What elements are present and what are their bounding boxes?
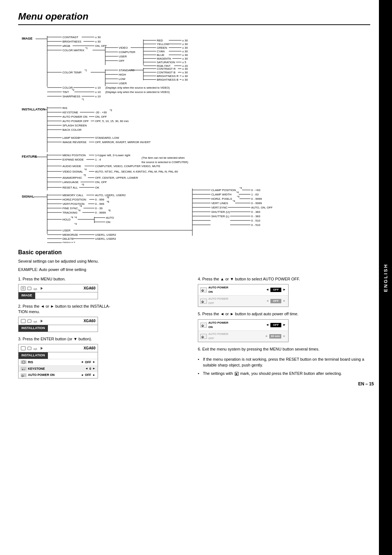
ap-label-1: AUTO POWERON [208,285,264,294]
svg-text:*4: *4 [84,168,87,171]
svg-text:GREEN: GREEN [157,46,167,49]
xga-header-2: opt. XGA60 [19,317,98,325]
svg-text:AUTO, NTSC, PAL, SECAM, 4.43NT: AUTO, NTSC, PAL, SECAM, 4.43NTSC, PAL-M,… [95,170,178,173]
svg-text:± 10: ± 10 [95,95,101,98]
xga-icons-1: opt. [21,286,44,291]
svg-text:SIGNAL: SIGNAL [22,195,34,198]
svg-text:KEYSTONE: KEYSTONE [62,111,78,114]
svg-text:*2: *2 [72,89,74,91]
ap-row-1-off: ⏻ AUTO POWEROFF ◄ OFF ► [198,295,288,307]
step-1: 1. Press the MENU button. opt. XGA60 [18,276,191,299]
svg-text:IMAGE: IMAGE [22,37,33,40]
ap-arrow-left-2: ◄ [266,299,269,304]
svg-point-280 [22,361,25,364]
ris-icon [21,360,26,364]
svg-text:CYAN: CYAN [157,50,165,53]
svg-text:COLOR MATRIX: COLOR MATRIX [62,49,85,52]
svg-text:▲₁: ▲₁ [21,368,25,370]
svg-text:*1: *1 [85,69,87,72]
svg-text:USER1, USER2: USER1, USER2 [95,237,116,240]
svg-text:VIDEO: VIDEO [119,46,128,49]
step-5-text: 5. Press the ◄ or ► button to adjust aut… [198,311,370,317]
svg-text:MEMORIZE: MEMORIZE [62,233,78,236]
svg-text:COLOR TEMP.: COLOR TEMP. [62,71,82,74]
svg-text:0 - +63: 0 - +63 [251,189,261,192]
step-6: 6. Exit the menu system by pressing the … [198,347,370,352]
svg-text:⏻: ⏻ [201,324,204,327]
svg-text:RESET ALL: RESET ALL [62,186,78,189]
xga-header-3: opt. XGA60 [19,344,98,352]
svg-text:⏻: ⏻ [201,300,204,303]
svg-rect-272 [21,319,25,323]
page-number: EN – 15 [358,381,374,386]
steps-right: 4. Press the ▲ or ▼ button to select AUT… [198,276,370,383]
svg-rect-269 [28,287,31,290]
bullet-2: The settings with ■ mark, you should pre… [198,370,370,377]
svg-text:0 - 510: 0 - 510 [251,219,260,222]
svg-text:HORIZ.POSITION: HORIZ.POSITION [62,198,86,201]
example-text: EXAMPLE: Auto power off time setting [18,267,370,272]
svg-text:*1: *1 [85,47,88,49]
svg-text:0 - 510: 0 - 510 [251,223,260,227]
svg-text:HORIZ. PIXELS: HORIZ. PIXELS [211,197,232,200]
arrow-left-autopower: ◄ [81,373,83,377]
menu-diagram: IMAGE CONTRAST ± 30 BRIGHTNESS ± 30 sRGB… [18,29,370,244]
svg-text:VIDEO SIGNAL: VIDEO SIGNAL [62,170,83,173]
ap-value-2: OFF [270,299,281,303]
svg-text:TINT: TINT [62,90,69,94]
ap-arrow-left-1: ◄ [266,287,269,292]
svg-text:SHARPNESS: SHARPNESS [62,95,80,98]
svg-text:BRIGHTNESS R: BRIGHTNESS R [157,74,179,78]
svg-text:YELLOW: YELLOW [157,42,169,46]
svg-rect-273 [28,320,31,323]
intro-text: Several settings can be adjusted using M… [18,259,370,264]
svg-marker-279 [41,347,43,350]
svg-text:opt.: opt. [33,348,38,351]
svg-text:BRIGHTNESS: BRIGHTNESS [62,40,81,43]
keystone-icon: ▲₁ [21,367,26,370]
svg-text:0 - 9999: 0 - 9999 [251,197,262,200]
svg-text:(The item can not be selected : (The item can not be selected when [142,156,185,159]
step-6-text: 6. Exit the menu system by pressing the … [198,347,370,352]
svg-text:MAGENTA: MAGENTA [157,57,171,60]
ap2-arrow-left-1: ◄ [266,323,269,328]
xga-tab-image: IMAGE [19,292,35,299]
step-2: 2. Press the ◄ or ► button to select the… [18,304,191,332]
svg-text:*4: *4 [237,195,240,198]
svg-text:AUTO: AUTO [106,216,114,219]
svg-text:DEFAULT: DEFAULT [62,241,75,243]
steps-left: 1. Press the MENU button. opt. XGA60 [18,276,191,383]
bullet-list: If the menu operation is not working, pr… [198,356,370,377]
xga-tab-install-2: INSTALLATION [19,325,48,332]
xga-header-1: opt. XGA60 [19,284,98,292]
svg-text:*6: *6 [107,196,109,199]
basic-operation-heading: Basic operation [18,249,370,256]
svg-text:*6: *6 [108,209,111,212]
step-4: 4. Press the ▲ or ▼ button to select AUT… [198,276,370,307]
svg-text:± 30: ± 30 [95,40,101,43]
svg-text:*5: *5 [82,183,84,186]
ap2-arrow-left-2: ◄ [265,334,268,339]
svg-text:SATURATION: SATURATION [157,61,175,64]
svg-text:IMAGE REVERSE: IMAGE REVERSE [62,141,86,144]
svg-text:COMPUTER, VIDEO, COMPUTER VIDE: COMPUTER, VIDEO, COMPUTER VIDEO, MUTE [95,165,160,168]
arrow-left-keystone: ◄ [85,366,88,371]
svg-text:*4: *4 [78,209,81,212]
ap-row-1-on: ⏻ AUTO POWERON ◄ OFF ► [198,284,288,295]
svg-text:± 10: ± 10 [95,86,101,89]
arrow-right-keystone: ► [93,366,95,371]
svg-text:USER1, USER2: USER1, USER2 [95,233,116,236]
svg-text:ON: ON [106,220,110,224]
xga-icons-2: opt. [21,319,44,323]
svg-text:*4: *4 [236,191,239,194]
svg-text:VERT LINES: VERT LINES [211,202,228,205]
svg-text:(Displays only when the source: (Displays only when the source is select… [105,86,170,89]
svg-text:± 30: ± 30 [182,57,188,60]
ap2-row-1-off: ⏻ AUTO POWEROFF ◄ 30 min ► [198,331,288,342]
svg-text:± 30: ± 30 [182,74,188,78]
svg-text:*4: *4 [79,205,82,207]
xga-box-2: opt. XGA60 INSTALLATION [18,317,98,332]
svg-text:*4: *4 [74,216,77,219]
steps-container: 1. Press the MENU button. opt. XGA60 [18,276,370,383]
step-4-text: 4. Press the ▲ or ▼ button to select AUT… [198,276,370,282]
